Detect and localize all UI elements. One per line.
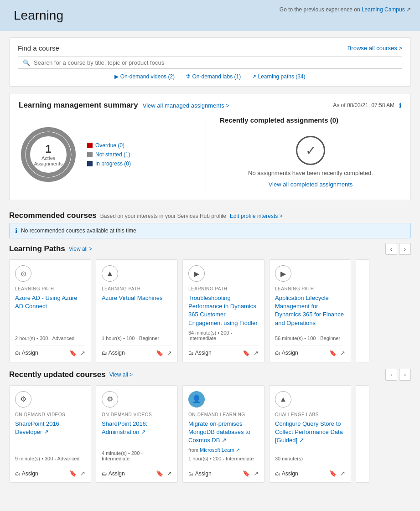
lp-share-0[interactable]: ↗: [80, 350, 85, 356]
learning-paths-title: Learning Paths: [9, 244, 65, 253]
search-icon: 🔍: [23, 59, 30, 66]
recommended-title: Recommended courses: [9, 211, 97, 220]
lp-share-2[interactable]: ↗: [254, 350, 259, 356]
ru-footer-3: 🗂 Assign 🔖 ↗: [275, 466, 345, 477]
ru-footer-1: 🗂 Assign 🔖 ↗: [102, 466, 172, 477]
learning-paths-prev[interactable]: ‹: [385, 243, 397, 255]
filter-on-demand-videos[interactable]: ▶ On-demand videos (2): [114, 73, 175, 80]
recently-updated-next[interactable]: ›: [399, 369, 411, 381]
lp-bookmark-1[interactable]: 🔖: [156, 350, 163, 356]
lp-title-1[interactable]: Azure Virtual Machines: [102, 294, 172, 333]
lp-bookmark-0[interactable]: 🔖: [69, 350, 77, 356]
ru-type-3: CHALLENGE LABS: [275, 412, 345, 417]
lp-footer-3: 🗂 Assign 🔖 ↗: [275, 346, 345, 356]
ru-from-link-2[interactable]: Microsoft Learn ↗: [200, 447, 240, 453]
ru-share-0[interactable]: ↗: [80, 470, 85, 477]
ru-bookmark-3[interactable]: 🔖: [329, 470, 337, 477]
lms-right: Recently completed assignments (0) ✓ No …: [220, 116, 401, 192]
donut-chart: 1 Active Assignments: [19, 125, 78, 184]
lp-assign-1[interactable]: 🗂 Assign: [102, 350, 125, 356]
donut-label: Active Assignments: [34, 155, 63, 166]
ru-meta-3: 30 minute(s): [275, 456, 345, 461]
lp-meta-1: 1 hour(s) • 100 - Beginner: [102, 336, 172, 341]
ru-share-1[interactable]: ↗: [167, 470, 172, 477]
lms-divider: [206, 116, 206, 192]
legend-label-overdue: Overdue (0): [95, 142, 124, 149]
ru-bookmark-2[interactable]: 🔖: [243, 470, 250, 477]
search-input-wrapper: 🔍: [18, 57, 402, 69]
ru-card-2: 👤 ON-DEMAND LEARNING Migrate on-premises…: [182, 385, 264, 483]
lp-card-partial: [356, 259, 369, 362]
ru-assign-1[interactable]: 🗂 Assign: [102, 470, 125, 477]
ru-bookmark-0[interactable]: 🔖: [69, 470, 77, 477]
lp-title-2[interactable]: Troubleshooting Performance in Dynamics …: [188, 294, 259, 327]
lp-bookmark-3[interactable]: 🔖: [329, 350, 337, 356]
lp-card-1: ▲ LEARNING PATH Azure Virtual Machines 1…: [96, 259, 178, 362]
ru-title-3[interactable]: Configure Query Store to Collect Perform…: [275, 420, 345, 454]
ru-card-0: ⚙ ON-DEMAND VIDEOS SharePoint 2016: Deve…: [9, 385, 91, 483]
completed-title: Recently completed assignments (0): [220, 116, 401, 124]
ru-icon-2: 👤: [188, 391, 205, 408]
lp-assign-3[interactable]: 🗂 Assign: [275, 350, 298, 356]
search-input[interactable]: [34, 59, 397, 66]
ru-assign-3[interactable]: 🗂 Assign: [275, 470, 298, 477]
lp-assign-2[interactable]: 🗂 Assign: [188, 350, 212, 356]
learning-paths-next[interactable]: ›: [399, 243, 411, 255]
lp-title-0[interactable]: Azure AD - Using Azure AD Connect: [15, 294, 85, 333]
lp-share-3[interactable]: ↗: [340, 350, 345, 356]
lp-type-3: LEARNING PATH: [275, 286, 345, 291]
view-all-completed-link[interactable]: View all completed assignments: [269, 181, 353, 188]
recently-updated-prev[interactable]: ‹: [385, 369, 397, 381]
lp-card-0: ⊙ LEARNING PATH Azure AD - Using Azure A…: [9, 259, 91, 362]
info-circle-icon: ℹ: [15, 227, 17, 234]
previous-experience-link: Go to the previous experience on Learnin…: [280, 6, 411, 13]
ru-icon-0: ⚙: [15, 391, 31, 408]
learning-campus-link[interactable]: Learning Campus: [362, 6, 405, 13]
lp-icon-0: ⊙: [15, 265, 31, 282]
lp-meta-2: 34 minute(s) • 200 - Intermediate: [188, 330, 259, 341]
ru-title-0[interactable]: SharePoint 2016: Developer ↗: [15, 420, 85, 454]
lms-view-link[interactable]: View all managed assignments >: [143, 102, 229, 109]
ru-type-1: ON-DEMAND VIDEOS: [102, 412, 172, 417]
ru-card-3: ▲ CHALLENGE LABS Configure Query Store t…: [269, 385, 351, 483]
lms-date: As of 08/03/21, 07:58 AM: [333, 102, 394, 108]
info-icon: ℹ: [399, 102, 401, 109]
recently-updated-section: Recently updated courses View all > ‹ › …: [9, 369, 411, 483]
ru-assign-2[interactable]: 🗂 Assign: [188, 470, 212, 477]
ru-share-3[interactable]: ↗: [340, 470, 345, 477]
recently-updated-view-all[interactable]: View all >: [109, 372, 133, 378]
lp-meta-3: 56 minute(s) • 100 - Beginner: [275, 336, 345, 341]
ru-icon-3: ▲: [275, 391, 291, 408]
lp-card-2: ▶ LEARNING PATH Troubleshooting Performa…: [182, 259, 264, 362]
lp-title-3[interactable]: Application Lifecycle Management for Dyn…: [275, 294, 345, 333]
ru-footer-2: 🗂 Assign 🔖 ↗: [188, 466, 259, 477]
lp-assign-0[interactable]: 🗂 Assign: [15, 350, 38, 356]
ru-bookmark-1[interactable]: 🔖: [156, 470, 163, 477]
lms-section: Learning management summary View all man…: [9, 93, 411, 200]
legend-color-not-started: [87, 152, 93, 157]
lp-card-3: ▶ LEARNING PATH Application Lifecycle Ma…: [269, 259, 351, 362]
lp-share-1[interactable]: ↗: [167, 350, 172, 356]
ru-title-1[interactable]: SharePoint 2016: Administration ↗: [102, 420, 172, 448]
ru-assign-0[interactable]: 🗂 Assign: [15, 470, 38, 477]
legend-label-not-started[interactable]: Not started (1): [95, 151, 130, 158]
ru-footer-0: 🗂 Assign 🔖 ↗: [15, 466, 85, 477]
filter-learning-paths[interactable]: ↗ Learning paths (34): [252, 73, 305, 80]
lp-icon-2: ▶: [188, 265, 205, 282]
legend-in-progress: In progress (0): [87, 160, 131, 167]
header-banner: Go to the previous experience on Learnin…: [0, 0, 420, 31]
legend-label-in-progress[interactable]: In progress (0): [95, 160, 131, 167]
completed-empty-text: No assignments have been recently comple…: [248, 170, 373, 176]
search-filters: ▶ On-demand videos (2) ⚗ On-demand labs …: [18, 73, 402, 80]
browse-all-link[interactable]: Browse all courses >: [347, 45, 402, 52]
lms-title: Learning management summary: [19, 101, 138, 110]
completed-empty: ✓ No assignments have been recently comp…: [220, 131, 401, 192]
lp-footer-0: 🗂 Assign 🔖 ↗: [15, 346, 85, 356]
ru-share-2[interactable]: ↗: [254, 470, 259, 477]
ru-title-2[interactable]: Migrate on-premises MongoDB databases to…: [188, 420, 259, 445]
learning-paths-view-all[interactable]: View all >: [69, 246, 92, 252]
lp-bookmark-2[interactable]: 🔖: [243, 350, 250, 356]
filter-on-demand-labs[interactable]: ⚗ On-demand labs (1): [186, 73, 241, 80]
legend-not-started: Not started (1): [87, 151, 131, 158]
edit-profile-link[interactable]: Edit profile interests >: [230, 213, 283, 219]
